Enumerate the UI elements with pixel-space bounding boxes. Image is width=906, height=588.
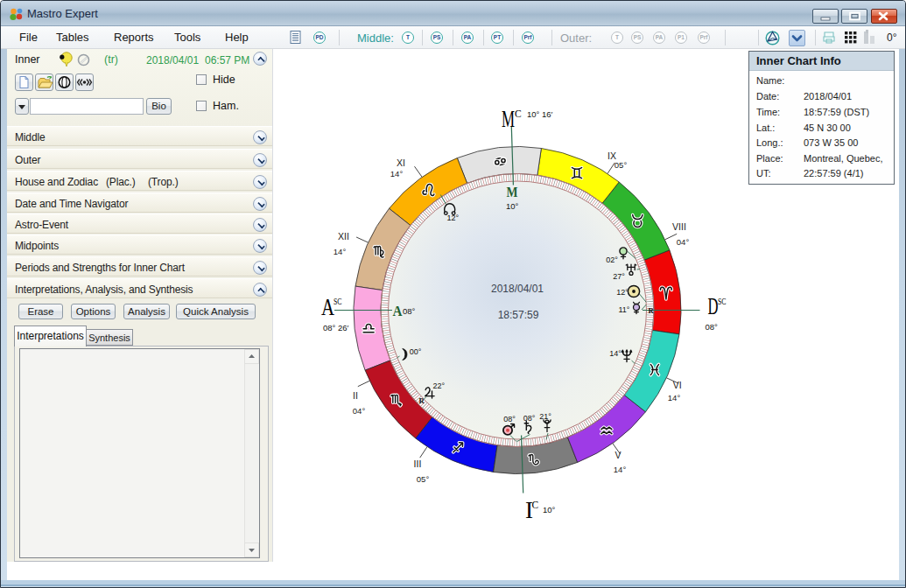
svg-text:A: A [393,303,404,319]
svg-text:VIII: VIII [672,221,686,232]
svg-text:00°: 00° [410,347,422,356]
svg-text:08°: 08° [706,322,719,332]
svg-text:21°: 21° [539,412,551,421]
svg-text:C: C [532,500,539,510]
svg-text:III: III [414,458,422,469]
svg-text:05°: 05° [417,474,430,484]
svg-text:22°: 22° [432,382,445,390]
svg-text:12°: 12° [616,288,629,297]
svg-text:SC: SC [334,297,342,306]
svg-text:10°: 10° [506,201,519,211]
svg-text:02°: 02° [606,256,618,264]
svg-text:R: R [649,306,655,315]
svg-text:11°: 11° [619,305,630,314]
svg-text:08°: 08° [503,415,516,424]
svg-text:V: V [615,450,621,460]
svg-text:27°: 27° [613,272,625,281]
svg-text:C: C [515,108,522,119]
svg-text:05°: 05° [615,160,628,170]
svg-text:14°: 14° [614,465,627,474]
svg-text:II: II [353,390,358,401]
svg-text:14°: 14° [390,169,404,178]
svg-text:2018/04/01: 2018/04/01 [491,283,544,295]
svg-text:XII: XII [338,231,349,242]
svg-text:10° 16′: 10° 16′ [527,109,553,119]
svg-text:08°: 08° [403,306,416,316]
svg-text:10°: 10° [543,505,556,514]
svg-text:14°: 14° [609,349,622,358]
svg-text:04°: 04° [677,237,690,247]
svg-text:18:57:59: 18:57:59 [498,309,539,321]
svg-text:12°: 12° [447,214,460,222]
svg-text:R: R [419,396,425,405]
svg-text:D: D [707,293,718,319]
svg-text:XI: XI [397,158,405,168]
svg-text:M: M [507,184,518,200]
svg-text:08°: 08° [523,414,536,423]
svg-text:14°: 14° [668,393,681,402]
svg-text:SC: SC [718,297,727,306]
svg-text:M: M [502,106,515,132]
svg-text:14°: 14° [334,247,347,256]
svg-text:04°: 04° [353,406,366,416]
svg-text:08° 26′: 08° 26′ [323,323,349,332]
svg-text:VI: VI [673,380,682,390]
